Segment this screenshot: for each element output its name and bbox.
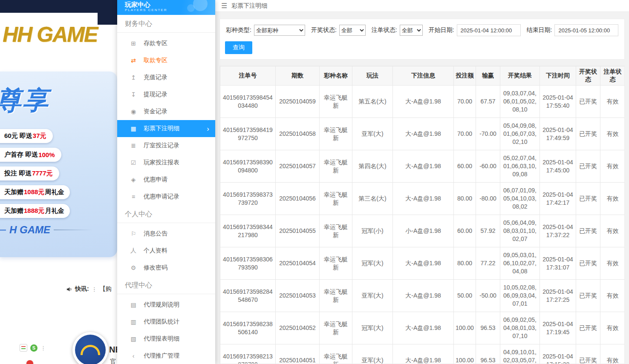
hamburger-menu-icon[interactable]: ☰ bbox=[221, 2, 227, 10]
sidebar-item-funds-records[interactable]: ◉资金记录 bbox=[117, 103, 215, 120]
sidebar-item-change-password[interactable]: ⚙修改密码 bbox=[117, 259, 215, 276]
lottery-bet-details-icon: ▦ bbox=[129, 125, 138, 132]
news-ticker[interactable]: 快讯: ⋮ 【购 bbox=[66, 284, 112, 295]
column-header: 注单号 bbox=[220, 66, 276, 86]
table-cell: -60.00 bbox=[476, 150, 500, 183]
sidebar-item-deposit[interactable]: ⊞存款专区 bbox=[117, 35, 215, 52]
sidebar-header: 玩家中心 PLAYERS CENTER bbox=[117, 0, 215, 15]
sidebar-item-agent-report-details[interactable]: ▧代理报表明细 bbox=[117, 330, 215, 347]
table-cell: 57.92 bbox=[476, 215, 500, 247]
table-cell: 大-A盘@1.98 bbox=[393, 183, 454, 215]
sidebar-item-agent-promotion[interactable]: ‹代理推广管理 bbox=[117, 347, 215, 364]
sidebar-item-recharge-records[interactable]: ↥充值记录 bbox=[117, 69, 215, 86]
brand-dash bbox=[0, 229, 6, 231]
sidebar-sections: 财务中心⊞存款专区⇄取款专区↥充值记录↧提现记录◉资金记录▦彩票下注明细›≣厅室… bbox=[117, 15, 215, 364]
dots-icon: ⋮ bbox=[40, 345, 46, 351]
draw-status-select[interactable]: 全部 bbox=[339, 25, 366, 36]
withdraw-records-icon: ↧ bbox=[129, 91, 138, 98]
sidebar-item-label: 彩票下注明细 bbox=[144, 125, 179, 132]
sidebar-item-player-bet-report[interactable]: ☑玩家投注报表 bbox=[117, 154, 215, 171]
column-header: 投注额 bbox=[454, 66, 476, 86]
sidebar-item-withdraw-records[interactable]: ↧提现记录 bbox=[117, 86, 215, 103]
sidebar-item-label: 提现记录 bbox=[144, 91, 167, 98]
table-cell: 60.00 bbox=[454, 215, 476, 247]
table-cell: 已开奖 bbox=[576, 150, 600, 183]
sidebar-header-subtitle: PLAYERS CENTER bbox=[125, 8, 215, 12]
table-cell: -50.00 bbox=[476, 280, 500, 312]
team-logo-bridge-icon bbox=[81, 345, 100, 355]
sidebar-item-promo-apply[interactable]: ◈优惠申请 bbox=[117, 171, 215, 188]
promo-panel: 尊享 60元 即送37元户首存 即送100%投注 即送7777元天加赠1088元… bbox=[0, 72, 117, 257]
promo-apply-icon: ◈ bbox=[129, 176, 138, 183]
table-cell: 401569173598238506140 bbox=[220, 312, 276, 344]
background-topbar-corner bbox=[98, 0, 117, 25]
table-body: 40156917359845403448020250104059幸运飞艇新第五名… bbox=[220, 86, 625, 364]
table-cell: 04,09,10,01,02,03,05,07,06,08 bbox=[500, 344, 540, 364]
table-cell: 幸运飞艇新 bbox=[320, 247, 352, 280]
sidebar-item-label: 充值记录 bbox=[144, 74, 167, 81]
table-cell: 06,07,01,09,05,04,10,03,08,02 bbox=[500, 183, 540, 215]
table-row: 40156917359837373972020250104056幸运飞艇新第三名… bbox=[220, 183, 625, 215]
sidebar-item-profile[interactable]: 人个人资料 bbox=[117, 242, 215, 259]
password-gear-icon: ⚙ bbox=[129, 264, 138, 271]
sidebar-section: 财务中心⊞存款专区⇄取款专区↥充值记录↧提现记录◉资金记录▦彩票下注明细›≣厅室… bbox=[117, 15, 215, 205]
column-header: 开奖结果 bbox=[500, 66, 540, 86]
table-cell: 小-A盘@1.98 bbox=[393, 215, 454, 247]
sidebar-item-lottery-bet-details[interactable]: ▦彩票下注明细› bbox=[117, 120, 215, 137]
table-cell: 幸运飞艇新 bbox=[320, 118, 352, 150]
sidebar-item-label: 取款专区 bbox=[144, 57, 167, 64]
table-cell: 已开奖 bbox=[576, 280, 600, 312]
sidebar-section-title: 代理中心 bbox=[117, 276, 215, 294]
sidebar-item-promo-apply-records[interactable]: ≡优惠申请记录 bbox=[117, 188, 215, 205]
sidebar-item-label: 玩家投注报表 bbox=[144, 159, 179, 166]
sidebar-item-label: 个人资料 bbox=[144, 247, 167, 255]
table-cell: 20250104057 bbox=[276, 150, 320, 183]
end-date-input[interactable] bbox=[554, 24, 618, 36]
agent-promotion-share-icon: ‹ bbox=[129, 353, 138, 359]
start-date-input[interactable] bbox=[457, 24, 521, 36]
sidebar-item-announcements[interactable]: ⚐消息公告 bbox=[117, 225, 215, 242]
table-cell: 大-A盘@1.98 bbox=[393, 344, 454, 364]
table-row: 40156917359845403448020250104059幸运飞艇新第五名… bbox=[220, 86, 625, 118]
sidebar-header-title: 玩家中心 bbox=[125, 1, 215, 8]
profile-person-icon: 人 bbox=[129, 247, 138, 255]
bets-table-card: 注单号期数彩种名称玩法下注信息投注额输赢开奖结果下注时间开奖状态注单状态 401… bbox=[219, 66, 625, 364]
table-cell: 已开奖 bbox=[576, 86, 600, 118]
table-cell: 幸运飞艇新 bbox=[320, 215, 352, 247]
table-cell: 有效 bbox=[600, 247, 625, 280]
sidebar-item-hall-bet-records[interactable]: ≣厅室投注记录 bbox=[117, 137, 215, 154]
sidebar-item-label: 存款专区 bbox=[144, 40, 167, 47]
promo-headline: 尊享 bbox=[0, 83, 117, 118]
sidebar-section: 个人中心⚐消息公告人个人资料⚙修改密码 bbox=[117, 205, 215, 276]
table-cell: 已开奖 bbox=[576, 215, 600, 247]
sidebar-item-agent-rules[interactable]: ▤代理规则说明 bbox=[117, 296, 215, 313]
table-cell: 20250104058 bbox=[276, 118, 320, 150]
table-cell: 第四名(大) bbox=[352, 150, 393, 183]
table-cell: 70.00 bbox=[454, 86, 476, 118]
column-header: 注单状态 bbox=[600, 66, 625, 86]
table-cell: 05,04,09,08,01,06,07,03,02,10 bbox=[500, 118, 540, 150]
main-topbar: ☰ 彩票下注明细 bbox=[215, 0, 629, 12]
sidebar-item-withdraw[interactable]: ⇄取款专区 bbox=[117, 52, 215, 69]
table-cell: 有效 bbox=[600, 118, 625, 150]
table-cell: 05,02,07,04,01,06,03,10,09,08 bbox=[500, 150, 540, 183]
sidebar-item-label: 代理团队统计 bbox=[144, 318, 179, 326]
table-cell: 冠军(大) bbox=[352, 247, 393, 280]
promo-offer-pill: 60元 即送37元 bbox=[0, 129, 53, 143]
table-cell: 已开奖 bbox=[576, 183, 600, 215]
order-status-select[interactable]: 全部 bbox=[400, 25, 423, 36]
table-cell: 2025-01-04 17:27:25 bbox=[540, 280, 576, 312]
table-cell: 幸运飞艇新 bbox=[320, 312, 352, 344]
table-cell: 401569173598454034480 bbox=[220, 86, 276, 118]
lottery-type-select[interactable]: 全部彩种 bbox=[254, 25, 305, 36]
table-cell: 已开奖 bbox=[576, 118, 600, 150]
ticker-text[interactable]: 【购 bbox=[100, 285, 112, 293]
bets-table: 注单号期数彩种名称玩法下注信息投注额输赢开奖结果下注时间开奖状态注单状态 401… bbox=[220, 66, 625, 364]
search-button[interactable]: 查询 bbox=[225, 41, 252, 54]
sidebar-item-label: 代理报表明细 bbox=[144, 335, 179, 343]
table-cell: 401569173598306793590 bbox=[220, 247, 276, 280]
page-title: 彩票下注明细 bbox=[231, 2, 267, 10]
table-cell: 大-A盘@1.98 bbox=[393, 280, 454, 312]
sidebar-item-agent-team-stats[interactable]: ▥代理团队统计 bbox=[117, 313, 215, 330]
table-cell: 401569173598284548670 bbox=[220, 280, 276, 312]
